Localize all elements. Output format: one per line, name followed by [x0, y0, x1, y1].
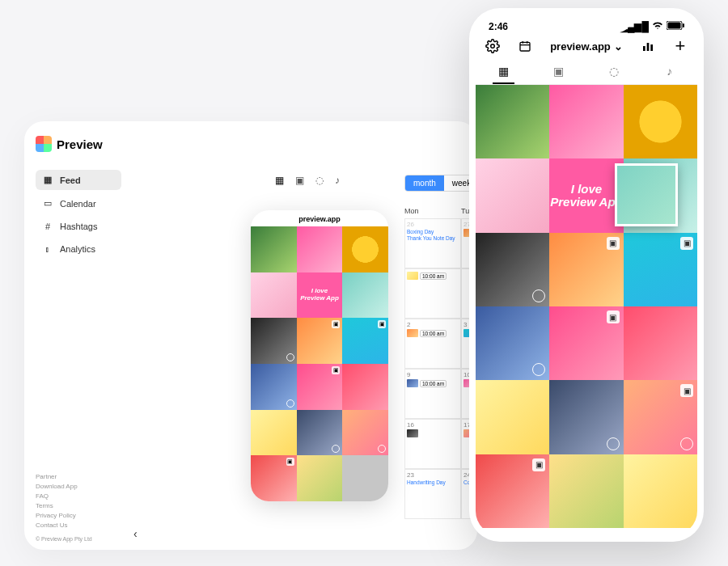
event-time: 10:00 am	[420, 330, 447, 337]
scheduled-event[interactable]: 10:00 am	[407, 272, 459, 280]
footer-link[interactable]: Contact Us	[36, 521, 121, 530]
scheduled-clock-icon	[532, 363, 545, 376]
grid-icon[interactable]: ▦	[275, 175, 284, 186]
feed-cell[interactable]	[624, 85, 697, 158]
feed-cell[interactable]: ▣	[549, 306, 623, 380]
mini-feed-cell[interactable]: ▣	[251, 455, 297, 501]
reel-badge-icon: ▣	[607, 310, 620, 323]
feed-cell[interactable]: I love Preview App	[549, 158, 623, 232]
reel-badge-icon: ▣	[286, 458, 294, 466]
feed-cell[interactable]: ▣	[624, 380, 697, 454]
reels-icon[interactable]: ▣	[295, 175, 304, 186]
calendar-cell[interactable]: 16	[404, 419, 461, 469]
holiday-label: Boxing Day	[407, 229, 459, 234]
phone-mockup: 2:46 ▂▄▆█ preview.app ⌄	[469, 8, 704, 542]
day-number: 23	[407, 471, 414, 479]
scheduled-event[interactable]	[407, 429, 459, 437]
calendar-cell[interactable]: 910:00 am	[404, 369, 461, 419]
scheduled-event[interactable]: 10:00 am	[407, 329, 459, 337]
footer-link[interactable]: FAQ	[36, 492, 121, 501]
footer-link[interactable]: Partner	[36, 472, 121, 482]
mini-feed-cell[interactable]	[251, 410, 297, 456]
footer-link[interactable]: Download App	[36, 482, 121, 492]
copyright: © Preview App Pty Ltd	[36, 535, 121, 544]
svg-rect-10	[650, 44, 653, 51]
sidebar-item-feed[interactable]: ▦Feed	[36, 170, 121, 190]
sidebar-item-hashtags[interactable]: #Hashtags	[36, 217, 121, 236]
seg-loading-icon[interactable]: ◌	[586, 58, 642, 84]
calendar-cell[interactable]: 23Handwriting Day	[404, 469, 461, 519]
mini-feed-cell[interactable]: ▣	[342, 318, 388, 364]
sidebar-item-calendar[interactable]: ▭Calendar	[36, 193, 121, 213]
calendar-cell[interactable]: 10:00 am	[404, 268, 461, 319]
event-thumb	[407, 272, 418, 280]
feed-cell[interactable]	[476, 306, 549, 380]
feed-cell[interactable]: ▣	[549, 233, 623, 306]
sidebar-item-analytics[interactable]: ⫾Analytics	[36, 239, 121, 259]
feed-cell[interactable]	[476, 158, 549, 232]
add-icon[interactable]: +	[673, 39, 688, 53]
seg-reels-icon[interactable]: ▣	[531, 58, 587, 84]
mini-feed-cell[interactable]: I love Preview App	[297, 272, 343, 319]
analytics-icon[interactable]	[641, 39, 655, 53]
desktop-window: Preview ▦Feed▭Calendar#Hashtags⫾Analytic…	[24, 121, 477, 550]
settings-icon[interactable]	[485, 39, 500, 53]
phone-notch	[542, 15, 631, 32]
calendar: Mon Tue Wed 26Boxing DayThank You Note D…	[404, 207, 477, 519]
feed-cell[interactable]: ▣	[476, 454, 549, 528]
mini-feed-cell[interactable]	[251, 272, 297, 319]
feed-cell[interactable]	[476, 85, 549, 158]
feed-cell[interactable]: ▣	[624, 233, 697, 306]
phone-screen: 2:46 ▂▄▆█ preview.app ⌄	[476, 15, 697, 535]
seg-tiktok-icon[interactable]: ♪	[642, 58, 698, 84]
mini-feed-cell[interactable]: ▣	[297, 364, 343, 410]
calendar-grid: 26Boxing DayThank You Note Day2710:00 am…	[404, 218, 477, 519]
scheduled-clock-icon	[286, 399, 294, 408]
holiday-label: Handwriting Day	[407, 479, 459, 485]
mini-feed-cell[interactable]	[342, 364, 388, 410]
sidebar-item-label: Calendar	[60, 199, 96, 209]
feed-cell[interactable]	[476, 233, 549, 306]
mini-feed-cell[interactable]	[342, 226, 388, 272]
calendar-icon[interactable]	[518, 39, 532, 53]
reel-badge-icon: ▣	[332, 320, 340, 328]
feed-cell[interactable]	[549, 85, 623, 158]
mini-feed-cell[interactable]	[342, 272, 388, 319]
mini-feed-cell[interactable]	[297, 226, 343, 272]
account-selector[interactable]: preview.app ⌄	[550, 40, 623, 53]
feed-cell[interactable]	[624, 306, 697, 380]
mini-feed-cell[interactable]	[342, 410, 388, 456]
status-time: 2:46	[489, 21, 508, 32]
scheduled-clock-icon	[286, 353, 294, 361]
event-thumb	[407, 329, 418, 337]
footer-link[interactable]: Terms	[36, 501, 121, 511]
feed-cell[interactable]	[549, 454, 623, 528]
feed-cell[interactable]	[624, 454, 697, 528]
mini-feed-cell[interactable]	[251, 226, 297, 272]
seg-grid-icon[interactable]: ▦	[476, 58, 531, 84]
loading-icon[interactable]: ◌	[315, 175, 324, 186]
event-time: 10:00 am	[420, 380, 447, 387]
mini-feed-cell[interactable]	[342, 455, 388, 501]
mini-feed-cell[interactable]	[297, 455, 343, 501]
event-time: 10:00 am	[420, 272, 447, 280]
feed-cell[interactable]	[549, 380, 623, 454]
mini-feed-cell[interactable]: ▣	[297, 318, 343, 364]
scheduled-event[interactable]: 10:00 am	[407, 379, 459, 387]
toggle-month[interactable]: month	[405, 175, 444, 191]
mini-feed-cell[interactable]	[251, 364, 297, 410]
calendar-cell[interactable]: 210:00 am	[404, 319, 461, 369]
feed-cell[interactable]	[476, 380, 549, 454]
mini-feed-cell[interactable]	[297, 410, 343, 456]
tiktok-icon[interactable]: ♪	[335, 175, 340, 186]
feed-type-tabs: ▦ ▣ ◌ ♪	[275, 175, 340, 186]
calendar-cell[interactable]: 26Boxing DayThank You Note Day	[404, 218, 461, 268]
dragged-thumbnail[interactable]	[615, 163, 678, 226]
mini-feed-cell[interactable]	[251, 318, 297, 364]
reel-badge-icon: ▣	[378, 320, 386, 328]
reel-badge-icon: ▣	[680, 384, 693, 397]
day-number: 26	[407, 221, 414, 228]
sidebar-item-label: Analytics	[60, 244, 95, 254]
footer-link[interactable]: Privacy Policy	[36, 511, 121, 521]
grid-icon: ▦	[42, 175, 53, 185]
